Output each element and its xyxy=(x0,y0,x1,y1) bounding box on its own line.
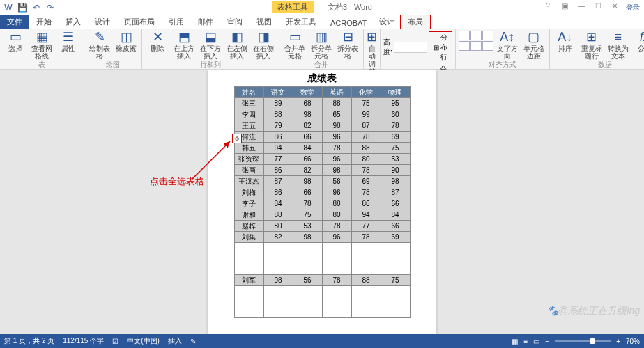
table-row[interactable]: 何流8666967869 xyxy=(234,132,410,143)
tab-table-design[interactable]: 设计 xyxy=(374,15,400,29)
table-row[interactable]: 谢和8875809484 xyxy=(234,209,410,221)
delete-button[interactable]: ✕删除 xyxy=(145,31,170,52)
split-cells-button[interactable]: ▥拆分单元格 xyxy=(309,31,334,60)
group-label-merge: 合并 xyxy=(282,60,360,70)
alignment-grid[interactable] xyxy=(459,31,493,51)
height-label: 高度: xyxy=(383,38,392,57)
text-direction-button[interactable]: A↕文字方向 xyxy=(495,31,520,60)
table-row[interactable]: 王汉杰8798566998 xyxy=(234,176,410,187)
insert-above-button[interactable]: ⬒在上方插入 xyxy=(171,31,197,60)
view-web-icon[interactable]: ▭ xyxy=(533,338,539,345)
watermark: 🐾@系统正在升级ing xyxy=(546,305,640,317)
score-table[interactable]: 姓名语文数学英语化学物理张三8968887595李四8898659960王五79… xyxy=(234,86,411,318)
gridlines-button[interactable]: ▦查看网格线 xyxy=(29,31,54,60)
table-select-handle[interactable]: ✥ xyxy=(232,134,242,143)
insert-below-button[interactable]: ⬓在下方插入 xyxy=(198,31,223,60)
merge-cells-button[interactable]: ▭合并单元格 xyxy=(282,31,307,60)
annotation-text: 点击全选表格 xyxy=(150,175,204,188)
split-table-button[interactable]: ⊟拆分表格 xyxy=(335,31,360,60)
draw-table-button[interactable]: ✎绘制表格 xyxy=(87,31,112,60)
select-button[interactable]: ▭选择 xyxy=(3,31,28,52)
page: 成绩表 姓名语文数学英语化学物理张三8968887595李四8898659960… xyxy=(208,70,436,334)
group-label-rowcol: 行和列 xyxy=(145,60,276,70)
cell-margins-button[interactable]: ▢单元格边距 xyxy=(521,31,546,60)
status-mode[interactable]: 插入 xyxy=(168,336,182,346)
context-tab-label: 表格工具 xyxy=(272,1,314,13)
formula-button[interactable]: fx公式 xyxy=(632,31,644,52)
sort-button[interactable]: A↓排序 xyxy=(553,31,578,52)
maximize-icon[interactable]: ☐ xyxy=(592,2,604,13)
group-rowcol: ✕删除 ⬒在上方插入 ⬓在下方插入 ◧在左侧插入 ◨在右侧插入 行和列 xyxy=(142,29,279,69)
tab-references[interactable]: 引用 xyxy=(162,15,191,29)
tab-devtools[interactable]: 开发工具 xyxy=(279,15,323,29)
tab-mailings[interactable]: 邮件 xyxy=(191,15,220,29)
table-row[interactable]: 李子8478888666 xyxy=(234,198,410,209)
ribbon-tabs: 文件 开始 插入 设计 页面布局 引用 邮件 审阅 视图 开发工具 ACROBA… xyxy=(0,15,644,29)
view-print-icon[interactable]: ▦ xyxy=(512,338,518,345)
ribbon: ▭选择 ▦查看网格线 ☰属性 表 ✎绘制表格 ◫橡皮擦 绘图 ✕删除 ⬒在上方插… xyxy=(0,29,644,70)
document-title: 文档3 - Word xyxy=(328,2,372,13)
table-header: 姓名 xyxy=(234,87,263,98)
window-controls: ? ▣ — ☐ ✕ 登录 xyxy=(542,2,644,13)
tab-view[interactable]: 视图 xyxy=(250,15,279,29)
undo-icon[interactable]: ↶ xyxy=(31,2,42,13)
eraser-button[interactable]: ◫橡皮擦 xyxy=(114,31,139,52)
group-label-table: 表 xyxy=(3,60,81,70)
blank-row[interactable] xyxy=(234,286,410,318)
close-icon[interactable]: ✕ xyxy=(609,2,620,13)
insert-left-button[interactable]: ◧在左侧插入 xyxy=(224,31,250,60)
blank-row[interactable] xyxy=(234,243,410,275)
table-row[interactable]: 刘集8298967869 xyxy=(234,232,410,243)
table-row[interactable]: 张资琛7766968053 xyxy=(234,154,410,165)
group-data: A↓排序 ⊞重复标题行 ≡转换为文本 fx公式 数据 xyxy=(550,29,644,69)
autofit-button[interactable]: ⊞自动调整 xyxy=(367,31,377,75)
insert-right-button[interactable]: ◨在右侧插入 xyxy=(251,31,276,60)
table-row[interactable]: 韩五9484788875 xyxy=(234,143,410,154)
table-row[interactable]: 王五7982988778 xyxy=(234,120,410,132)
table-row[interactable]: 张三8968887595 xyxy=(234,98,410,109)
table-header: 物理 xyxy=(381,87,410,98)
tab-acrobat[interactable]: ACROBAT xyxy=(323,17,374,29)
status-words[interactable]: 112/115 个字 xyxy=(63,336,104,346)
status-track-icon[interactable]: ✎ xyxy=(190,338,196,345)
zoom-slider[interactable] xyxy=(555,340,611,342)
save-icon[interactable]: 💾 xyxy=(17,2,28,13)
quick-access-toolbar: W 💾 ↶ ↷ xyxy=(0,2,59,13)
minimize-icon[interactable]: — xyxy=(576,2,587,13)
tab-table-layout[interactable]: 布局 xyxy=(400,15,431,29)
table-header: 数学 xyxy=(293,87,322,98)
repeat-header-button[interactable]: ⊞重复标题行 xyxy=(579,31,604,60)
table-row[interactable]: 刘军9856788875 xyxy=(234,275,410,286)
tab-pagelayout[interactable]: 页面布局 xyxy=(117,15,162,29)
table-header: 化学 xyxy=(351,87,381,98)
height-input[interactable] xyxy=(394,42,427,53)
tab-file[interactable]: 文件 xyxy=(0,15,29,29)
group-size: ⊞自动调整 xyxy=(364,29,381,69)
login-link[interactable]: 登录 xyxy=(626,3,640,13)
table-row[interactable]: 张画8682987890 xyxy=(234,165,410,176)
view-read-icon[interactable]: ≡ xyxy=(523,338,528,345)
tab-review[interactable]: 审阅 xyxy=(220,15,250,29)
group-table: ▭选择 ▦查看网格线 ☰属性 表 xyxy=(0,29,84,69)
properties-button[interactable]: ☰属性 xyxy=(56,31,81,52)
tab-insert[interactable]: 插入 xyxy=(59,15,88,29)
tab-home[interactable]: 开始 xyxy=(29,15,59,29)
table-title: 成绩表 xyxy=(208,70,436,86)
redo-icon[interactable]: ↷ xyxy=(45,2,56,13)
table-row[interactable]: 赵梓8053787766 xyxy=(234,221,410,232)
ribbon-collapse-icon[interactable]: ▣ xyxy=(559,2,570,13)
titlebar: W 💾 ↶ ↷ 表格工具 文档3 - Word ? ▣ — ☐ ✕ 登录 xyxy=(0,0,644,15)
table-row[interactable]: 李四8898659960 xyxy=(234,109,410,120)
zoom-in-button[interactable]: + xyxy=(616,338,620,345)
convert-button[interactable]: ≡转换为文本 xyxy=(606,31,631,60)
zoom-value[interactable]: 70% xyxy=(626,338,640,345)
status-page[interactable]: 第 1 页，共 2 页 xyxy=(4,336,54,346)
document-area[interactable]: 成绩表 姓名语文数学英语化学物理张三8968887595李四8898659960… xyxy=(0,70,644,334)
distribute-rows-button[interactable]: ⊞ 分布行 xyxy=(429,31,452,63)
table-row[interactable]: 刘梅8666967887 xyxy=(234,187,410,198)
zoom-out-button[interactable]: − xyxy=(545,338,549,345)
tab-design[interactable]: 设计 xyxy=(88,15,117,29)
status-lang[interactable]: 中文(中国) xyxy=(127,336,160,346)
group-draw: ✎绘制表格 ◫橡皮擦 绘图 xyxy=(84,29,142,69)
help-icon[interactable]: ? xyxy=(542,2,553,13)
